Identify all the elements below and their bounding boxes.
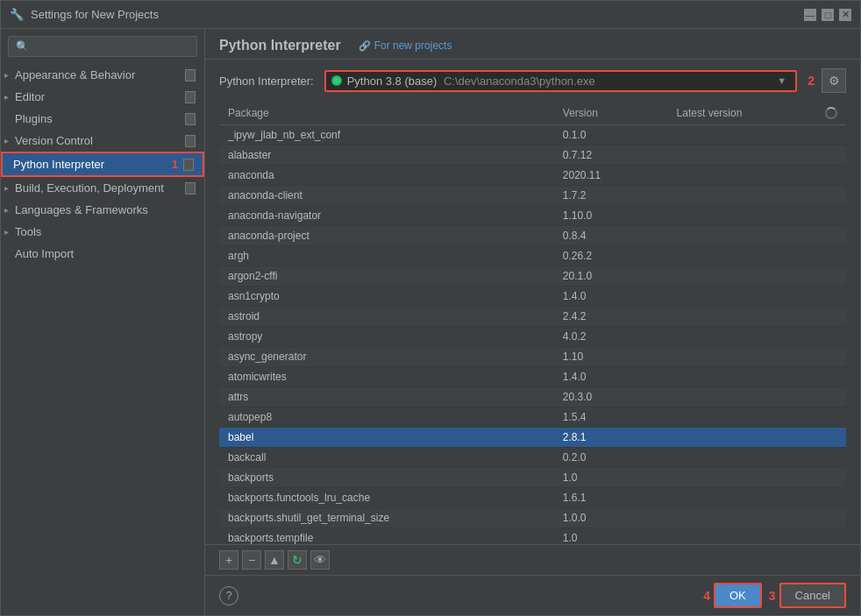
sidebar-page-icon-plugins <box>185 113 196 125</box>
sidebar-label-editor: Editor <box>15 90 185 103</box>
search-input[interactable] <box>8 36 197 57</box>
eye-button[interactable]: 👁 <box>310 550 330 570</box>
cell-latest <box>668 186 846 206</box>
table-row[interactable]: autopep81.5.4 <box>219 407 846 428</box>
window-title: Settings for New Projects <box>31 8 804 21</box>
sidebar-item-python-interpreter[interactable]: Python Interpreter 1 <box>1 152 204 177</box>
cell-latest <box>668 287 846 307</box>
table-row[interactable]: async_generator1.10 <box>219 347 846 367</box>
cell-latest <box>668 206 846 226</box>
cell-package: async_generator <box>219 347 554 367</box>
cell-latest <box>668 266 846 287</box>
up-package-button[interactable]: ▲ <box>265 550 284 570</box>
cell-package: attrs <box>219 387 554 407</box>
cell-version: 1.0 <box>554 468 668 488</box>
table-row[interactable]: astropy4.0.2 <box>219 327 846 347</box>
cell-package: astropy <box>219 327 554 347</box>
cell-version: 1.4.0 <box>554 287 668 307</box>
cancel-button[interactable]: Cancel <box>779 583 846 608</box>
interpreter-status-dot <box>331 75 342 86</box>
footer: ? 4 OK 3 Cancel <box>205 575 860 615</box>
packages-tbody: _ipyw_jlab_nb_ext_conf0.1.0alabaster0.7.… <box>219 125 846 545</box>
table-row[interactable]: astroid2.4.2 <box>219 307 846 327</box>
cell-version: 0.8.4 <box>554 226 668 246</box>
table-row[interactable]: alabaster0.7.12 <box>219 145 846 166</box>
link-icon: 🔗 <box>359 40 371 52</box>
table-row[interactable]: atomicwrites1.4.0 <box>219 367 846 387</box>
table-row[interactable]: attrs20.3.0 <box>219 387 846 407</box>
sidebar-page-icon-python <box>183 159 194 171</box>
cell-latest <box>668 166 846 186</box>
interpreter-label: Python Interpreter: <box>219 74 314 88</box>
refresh-button[interactable]: ↻ <box>288 550 307 570</box>
table-row[interactable]: backports1.0 <box>219 468 846 488</box>
cell-version: 1.5.4 <box>554 407 668 428</box>
sidebar-page-icon-appearance <box>185 69 196 81</box>
sidebar-item-build[interactable]: Build, Execution, Deployment <box>1 177 204 199</box>
maximize-button[interactable]: □ <box>822 9 834 21</box>
table-row[interactable]: backports.tempfile1.0 <box>219 528 846 545</box>
remove-package-button[interactable]: − <box>242 550 261 570</box>
sidebar-item-plugins[interactable]: Plugins <box>1 108 204 130</box>
cell-latest <box>668 125 846 145</box>
cell-version: 0.26.2 <box>554 246 668 266</box>
for-new-projects-tab[interactable]: 🔗 For new projects <box>359 39 452 52</box>
table-row[interactable]: anaconda-client1.7.2 <box>219 186 846 206</box>
table-row[interactable]: anaconda-project0.8.4 <box>219 226 846 246</box>
titlebar: 🔧 Settings for New Projects — □ ✕ <box>1 1 860 29</box>
col-package: Package <box>219 102 554 125</box>
sidebar-item-auto-import[interactable]: Auto Import <box>1 243 204 265</box>
interpreter-select-wrapper[interactable]: Python 3.8 (base) C:\dev\anaconda3\pytho… <box>324 70 798 92</box>
cell-latest <box>668 508 846 528</box>
sidebar-label-tools: Tools <box>15 225 196 238</box>
table-row[interactable]: babel2.8.1 <box>219 428 846 448</box>
cell-version: 2020.11 <box>554 166 668 186</box>
close-button[interactable]: ✕ <box>839 9 851 21</box>
cell-package: asn1crypto <box>219 287 554 307</box>
table-row[interactable]: backports.functools_lru_cache1.6.1 <box>219 488 846 508</box>
sidebar-item-editor[interactable]: Editor <box>1 86 204 108</box>
cell-latest <box>668 468 846 488</box>
sidebar-label-version-control: Version Control <box>15 134 185 147</box>
table-row[interactable]: backports.shutil_get_terminal_size1.0.0 <box>219 508 846 528</box>
footer-right: 4 OK 3 Cancel <box>703 583 846 608</box>
interpreter-path: C:\dev\anaconda3\python.exe <box>444 74 595 88</box>
table-row[interactable]: argh0.26.2 <box>219 246 846 266</box>
cell-version: 1.10.0 <box>554 206 668 226</box>
cell-latest <box>668 488 846 508</box>
cell-package: babel <box>219 428 554 448</box>
sidebar-label-appearance: Appearance & Behavior <box>15 68 185 81</box>
settings-window: 🔧 Settings for New Projects — □ ✕ Appear… <box>0 0 861 616</box>
table-row[interactable]: argon2-cffi20.1.0 <box>219 266 846 287</box>
cell-latest <box>668 246 846 266</box>
packages-table-wrapper: Package Version Latest version _ipyw_jla… <box>219 102 846 544</box>
cell-version: 20.3.0 <box>554 387 668 407</box>
sidebar-item-version-control[interactable]: Version Control <box>1 130 204 152</box>
ok-button[interactable]: OK <box>714 583 762 608</box>
sidebar-item-appearance[interactable]: Appearance & Behavior <box>1 64 204 86</box>
cell-package: backcall <box>219 448 554 468</box>
cell-version: 0.7.12 <box>554 145 668 166</box>
minimize-button[interactable]: — <box>804 9 816 21</box>
sidebar-item-languages[interactable]: Languages & Frameworks <box>1 199 204 221</box>
loading-spinner <box>825 107 837 119</box>
table-row[interactable]: asn1crypto1.4.0 <box>219 287 846 307</box>
table-row[interactable]: anaconda-navigator1.10.0 <box>219 206 846 226</box>
cell-latest <box>668 387 846 407</box>
table-row[interactable]: _ipyw_jlab_nb_ext_conf0.1.0 <box>219 125 846 145</box>
content-header: Python Interpreter 🔗 For new projects <box>205 29 860 60</box>
ok-wrapper: 4 OK <box>703 583 762 608</box>
cell-package: anaconda-project <box>219 226 554 246</box>
cell-package: _ipyw_jlab_nb_ext_conf <box>219 125 554 145</box>
sidebar-item-tools[interactable]: Tools <box>1 221 204 243</box>
cell-package: argon2-cffi <box>219 266 554 287</box>
cell-package: autopep8 <box>219 407 554 428</box>
cell-version: 1.4.0 <box>554 367 668 387</box>
table-row[interactable]: backcall0.2.0 <box>219 448 846 468</box>
help-button[interactable]: ? <box>219 586 238 605</box>
col-latest: Latest version <box>668 102 846 125</box>
cell-package: astroid <box>219 307 554 327</box>
table-row[interactable]: anaconda2020.11 <box>219 166 846 186</box>
add-package-button[interactable]: + <box>219 550 238 570</box>
gear-button[interactable]: ⚙ <box>822 68 846 93</box>
